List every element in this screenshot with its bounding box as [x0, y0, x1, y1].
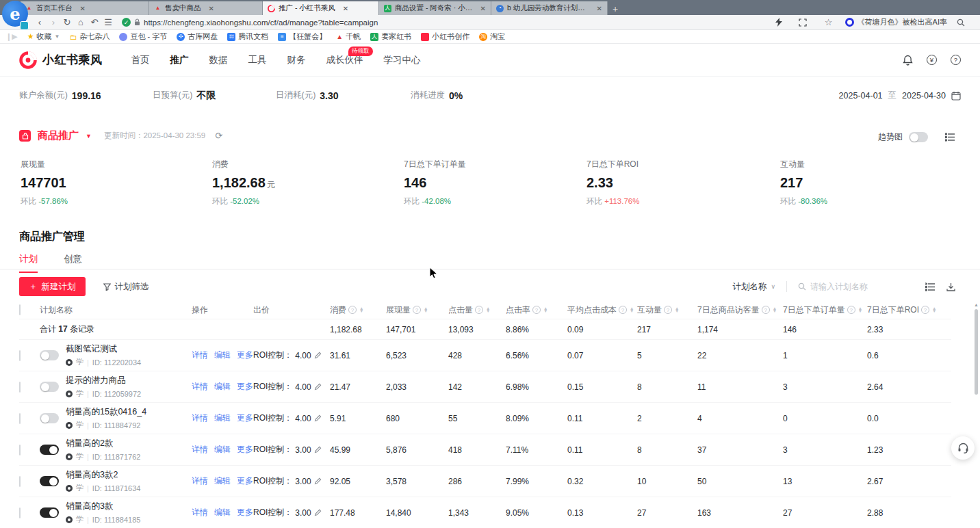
- metric-config-icon[interactable]: [945, 133, 955, 142]
- nav-data[interactable]: 数据: [209, 54, 228, 66]
- more-link[interactable]: 更多: [237, 412, 253, 424]
- sidebar-toggle-icon[interactable]: ❙▶: [5, 32, 18, 41]
- chevron-down-icon[interactable]: ▼: [86, 133, 92, 140]
- nav-learning-center[interactable]: 学习中心: [384, 54, 421, 66]
- plan-enable-toggle[interactable]: [40, 382, 59, 392]
- plan-enable-toggle[interactable]: [40, 476, 59, 486]
- plan-name[interactable]: 销量高的2款: [66, 438, 140, 449]
- tab-creative[interactable]: 创意: [64, 253, 82, 273]
- plan-enable-toggle[interactable]: [40, 413, 59, 423]
- download-icon[interactable]: [946, 282, 955, 291]
- tab-close-icon[interactable]: ✕: [480, 5, 486, 12]
- row-checkbox[interactable]: [19, 507, 21, 518]
- plan-enable-toggle[interactable]: [40, 507, 59, 518]
- edit-link[interactable]: 编辑: [214, 381, 231, 393]
- refresh-data-icon[interactable]: ⟳: [215, 131, 222, 141]
- help-icon[interactable]: ?: [951, 55, 961, 65]
- col-7d-orders[interactable]: 7日总下单订单量?▲▼: [783, 304, 867, 316]
- more-link[interactable]: 更多: [237, 381, 253, 393]
- col-engagement[interactable]: 互动量?▲▼: [637, 304, 697, 316]
- col-avg-cpc[interactable]: 平均点击成本?▲▼: [567, 304, 637, 316]
- customer-support-button[interactable]: [951, 436, 975, 460]
- detail-link[interactable]: 详情: [192, 444, 208, 456]
- col-plan-name[interactable]: 计划名称: [40, 304, 192, 316]
- bookmark-netdisk[interactable]: ✣ 古厍网盘: [177, 31, 218, 42]
- bookmark-yaojia[interactable]: 人 要家红书: [370, 31, 411, 42]
- tab-close-icon[interactable]: ✕: [80, 5, 86, 12]
- edit-link[interactable]: 编辑: [214, 475, 231, 487]
- browser-tab-1[interactable]: ▲ 首页工作台 ✕: [21, 1, 149, 15]
- nav-growth-partner[interactable]: 成长伙伴 待领取: [326, 54, 363, 66]
- select-all-checkbox[interactable]: [19, 304, 21, 315]
- new-plan-button[interactable]: ＋ 新建计划: [19, 277, 86, 296]
- plan-name[interactable]: 销量高的3款: [66, 501, 140, 512]
- app-logo[interactable]: 小红书乘风: [19, 51, 103, 69]
- edit-bid-icon[interactable]: [314, 383, 322, 391]
- more-link[interactable]: 更多: [237, 444, 253, 456]
- tab-close-icon[interactable]: ✕: [343, 5, 348, 12]
- more-link[interactable]: 更多: [237, 507, 253, 518]
- edit-link[interactable]: 编辑: [214, 444, 231, 456]
- forward-icon[interactable]: ›: [47, 17, 60, 27]
- edit-bid-icon[interactable]: [314, 414, 322, 422]
- trend-chart-toggle[interactable]: [909, 132, 928, 142]
- detail-link[interactable]: 详情: [192, 507, 208, 518]
- bookmark-kuangxiehui[interactable]: ≡ 【狂蟹会】: [278, 31, 326, 42]
- edit-link[interactable]: 编辑: [214, 412, 231, 424]
- search-field-select[interactable]: 计划名称 ∨: [732, 281, 775, 293]
- nav-home[interactable]: 首页: [131, 54, 150, 66]
- col-ctr[interactable]: 点击率?▲▼: [506, 304, 567, 316]
- plan-enable-toggle[interactable]: [40, 350, 59, 360]
- detail-link[interactable]: 详情: [192, 349, 208, 361]
- bell-icon[interactable]: [903, 55, 913, 66]
- search-icon[interactable]: [957, 18, 970, 27]
- scroll-up-icon[interactable]: ▲: [974, 302, 979, 308]
- bookmark-folder[interactable]: 🗀 杂七杂八: [69, 31, 109, 42]
- bookmark-xhs-creator[interactable]: 小红书创作: [421, 31, 469, 42]
- row-checkbox[interactable]: [19, 413, 21, 424]
- favorites-list-icon[interactable]: ☰: [101, 17, 115, 27]
- screenshot-icon[interactable]: [799, 18, 812, 27]
- table-scrollbar[interactable]: ▲: [974, 302, 979, 528]
- bookmark-qianfan[interactable]: ▲ 千帆: [336, 31, 361, 42]
- edit-link[interactable]: 编辑: [214, 349, 231, 361]
- column-config-icon[interactable]: [925, 282, 936, 291]
- new-tab-button[interactable]: ＋: [608, 3, 623, 15]
- tab-plan[interactable]: 计划: [19, 253, 38, 273]
- more-link[interactable]: 更多: [237, 475, 253, 487]
- plan-search-input[interactable]: [810, 282, 899, 291]
- balance-yuan-icon[interactable]: ¥: [927, 55, 937, 65]
- plan-filter-button[interactable]: 计划筛选: [103, 281, 149, 293]
- nav-promotion[interactable]: 推广: [170, 54, 189, 66]
- browser-tab-5[interactable]: ◔ b 幼儿园劳动教育计划总结方案 ✕: [491, 1, 608, 15]
- row-checkbox[interactable]: [19, 445, 21, 456]
- edit-bid-icon[interactable]: [314, 477, 322, 485]
- row-checkbox[interactable]: [19, 476, 21, 487]
- plan-name[interactable]: 提示的潜力商品: [66, 375, 141, 386]
- plan-name[interactable]: 销量高的3款2: [66, 469, 140, 481]
- tab-close-icon[interactable]: ✕: [209, 5, 214, 12]
- url-field[interactable]: ✓ https://chengfeng.xiaohongshu.com/cf/a…: [122, 18, 775, 27]
- back-icon[interactable]: ‹: [33, 17, 47, 27]
- browser-tab-4[interactable]: 人 商品设置 - 阿奇索 · 小红书自动 ✕: [379, 1, 491, 15]
- col-7d-visitors[interactable]: 7日总商品访客量?▲▼: [697, 304, 783, 316]
- more-link[interactable]: 更多: [237, 349, 253, 361]
- edit-bid-icon[interactable]: [314, 352, 322, 359]
- nav-tools[interactable]: 工具: [248, 54, 267, 66]
- browser-notification[interactable]: 《荷塘月色》被检出高AI率: [845, 17, 947, 27]
- detail-link[interactable]: 详情: [192, 412, 208, 424]
- bookmark-doubao[interactable]: 豆包 - 字节: [119, 31, 167, 42]
- plan-name[interactable]: 截图笔记测试: [66, 343, 141, 355]
- lightning-icon[interactable]: [775, 18, 789, 27]
- browser-tab-2[interactable]: ▲ 售卖中商品 ✕: [149, 1, 263, 15]
- row-checkbox[interactable]: [19, 350, 21, 361]
- favorite-star-icon[interactable]: ☆: [822, 17, 836, 27]
- promo-type-selector[interactable]: 商品推广: [38, 129, 79, 142]
- plan-name[interactable]: 销量高的15款0416_4: [66, 406, 146, 418]
- tab-close-icon[interactable]: ✕: [597, 5, 602, 12]
- history-icon[interactable]: ↶: [88, 17, 101, 27]
- detail-link[interactable]: 详情: [192, 475, 208, 487]
- col-7d-roi[interactable]: 7日总下单ROI?▲▼: [867, 304, 951, 316]
- plan-search-box[interactable]: [798, 282, 914, 291]
- browser-tab-active[interactable]: 推广 - 小红书乘风 ✕: [263, 1, 379, 15]
